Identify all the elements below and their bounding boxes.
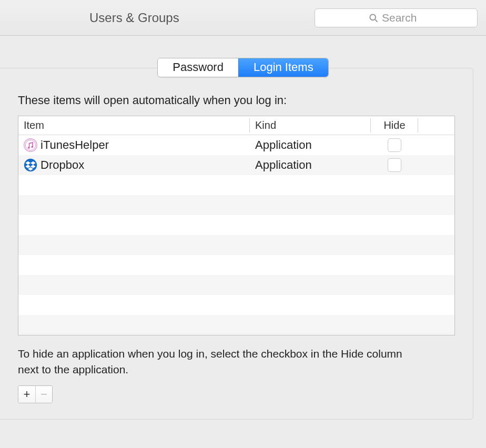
- tab-login-items[interactable]: Login Items: [238, 58, 328, 77]
- item-kind: Application: [250, 155, 371, 175]
- svg-point-5: [31, 146, 33, 148]
- empty-row: [18, 255, 454, 275]
- hide-checkbox[interactable]: [388, 158, 401, 172]
- svg-line-1: [375, 19, 377, 22]
- column-header-spacer: [418, 116, 454, 135]
- tab-bar: Password Login Items: [0, 58, 486, 77]
- add-remove-group: + −: [18, 385, 53, 403]
- empty-row: [18, 215, 454, 235]
- itunes-icon: [24, 138, 37, 152]
- add-button[interactable]: +: [18, 386, 35, 403]
- minus-icon: −: [40, 388, 47, 401]
- hint-text: To hide an application when you log in, …: [18, 346, 423, 378]
- svg-point-0: [370, 14, 376, 20]
- column-header-kind[interactable]: Kind: [250, 116, 371, 135]
- table-row[interactable]: Dropbox Application: [18, 155, 454, 175]
- table-row[interactable]: iTunesHelper Application: [18, 135, 454, 155]
- search-input[interactable]: [315, 8, 478, 27]
- column-header-hide[interactable]: Hide: [371, 116, 418, 135]
- table-header: Item Kind Hide: [18, 116, 454, 135]
- empty-row: [18, 295, 454, 315]
- svg-point-4: [28, 147, 30, 149]
- tab-password[interactable]: Password: [158, 58, 238, 77]
- plus-icon: +: [24, 388, 31, 401]
- column-header-item[interactable]: Item: [18, 116, 250, 135]
- item-kind: Application: [250, 135, 371, 155]
- remove-button[interactable]: −: [35, 386, 52, 403]
- empty-row: [18, 275, 454, 295]
- empty-row: [18, 175, 454, 195]
- search-field[interactable]: [382, 12, 424, 24]
- login-items-description: These items will open automatically when…: [18, 94, 455, 107]
- empty-row: [18, 235, 454, 255]
- svg-point-2: [24, 139, 37, 151]
- dropbox-icon: [24, 158, 37, 172]
- login-items-table: Item Kind Hide iTunesHelper Application: [18, 116, 455, 335]
- window-title: Users & Groups: [89, 11, 179, 25]
- hide-checkbox[interactable]: [388, 138, 401, 152]
- item-name: iTunesHelper: [40, 138, 109, 152]
- empty-row: [18, 195, 454, 215]
- empty-row: [18, 315, 454, 335]
- item-name: Dropbox: [40, 158, 84, 172]
- search-icon: [368, 13, 379, 23]
- toolbar: Users & Groups: [0, 0, 486, 36]
- main-panel: These items will open automatically when…: [0, 68, 473, 420]
